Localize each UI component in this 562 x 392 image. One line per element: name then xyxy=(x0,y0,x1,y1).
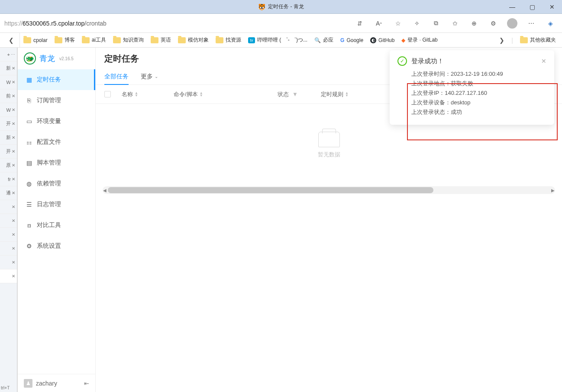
calendar-icon: ▦ xyxy=(26,76,32,83)
window-minimize-button[interactable]: ― xyxy=(502,0,522,14)
column-cron[interactable]: 定时规则▲▼ xyxy=(321,91,381,98)
vertical-tabs-strip: +⋯ 新✕ W✕ 前✕ W✕ 开✕ 新✕ 开✕ 原✕ fr✕ 通✕ ✕ ✕ ✕ … xyxy=(0,48,17,392)
brand: 🐲 青龙 v2.16.5 xyxy=(18,48,95,69)
success-check-icon: ✓ xyxy=(397,56,407,66)
bookmark-gitlab[interactable]: ◆登录 · GitLab xyxy=(398,35,441,45)
folder-icon xyxy=(151,37,158,43)
notification-close-button[interactable]: ✕ xyxy=(541,58,546,65)
vertical-tab-item[interactable]: W✕ xyxy=(0,103,17,117)
select-all-checkbox[interactable] xyxy=(104,91,111,97)
browser-address-bar[interactable]: https:// 65300065.r5.cpolar.top /crontab… xyxy=(0,14,562,33)
bookmark-knowledge[interactable]: 知识查询 xyxy=(110,35,147,45)
bookmark-bing[interactable]: 🔍必应 xyxy=(311,35,337,45)
bookmark-cpolar[interactable]: cpolar xyxy=(20,36,51,45)
vertical-tab-add[interactable]: +⋯ xyxy=(0,48,17,62)
favorites-icon[interactable]: ✩ xyxy=(448,17,462,30)
copilot-icon[interactable]: ◈ xyxy=(543,17,558,30)
keyboard-shortcut-hint: trl+T xyxy=(0,384,17,392)
bookmark-blog[interactable]: 博客 xyxy=(51,35,78,45)
bookmark-ai-tools[interactable]: ai工具 xyxy=(78,35,110,45)
vertical-tab-item[interactable]: 前✕ xyxy=(0,89,17,103)
vertical-tab-item[interactable]: 原✕ xyxy=(0,159,17,172)
vertical-tab-item[interactable]: ✕ xyxy=(0,256,17,269)
filter-icon[interactable]: ▼ xyxy=(292,91,298,97)
bilibili-icon: tv xyxy=(248,37,255,43)
tab-panel-collapse-button[interactable]: ❮ xyxy=(3,33,20,47)
translate-icon[interactable]: ⇵ xyxy=(352,17,367,30)
bookmark-resources[interactable]: 找资源 xyxy=(212,35,245,45)
extension-icon[interactable]: ✧ xyxy=(410,17,424,30)
vertical-tab-item[interactable]: 新✕ xyxy=(0,131,17,145)
subscription-icon: ⎘ xyxy=(26,97,32,104)
terminal-icon: ▭ xyxy=(26,118,32,125)
sidebar-item-scripts[interactable]: ▤脚本管理 xyxy=(18,152,95,173)
folder-icon xyxy=(520,37,528,43)
tab-more[interactable]: 更多⌄ xyxy=(141,69,158,85)
sidebar-item-dependencies[interactable]: ◍依赖管理 xyxy=(18,173,95,194)
bookmark-bilibili[interactable]: tv哔哩哔哩 ( ゜- ゜)つ... xyxy=(245,35,311,45)
google-icon: G xyxy=(340,37,344,43)
github-icon: ◐ xyxy=(370,37,376,43)
folder-icon xyxy=(82,37,90,43)
app-sidebar: 🐲 青龙 v2.16.5 ▦定时任务 ⎘订阅管理 ▭环境变量 ⚏配置文件 ▤脚本… xyxy=(18,48,96,392)
tab-all-tasks[interactable]: 全部任务 xyxy=(104,69,129,85)
bookmark-google[interactable]: GGoogle xyxy=(337,36,367,45)
vertical-tab-item[interactable]: ✕ xyxy=(0,200,17,214)
collections-icon[interactable]: ⊕ xyxy=(467,17,481,30)
horizontal-scrollbar[interactable]: ◀ ▶ xyxy=(103,186,555,194)
package-icon: ◍ xyxy=(26,180,32,187)
sidebar-collapse-button[interactable]: ⇤ xyxy=(84,380,89,387)
bookmark-imitate[interactable]: 模仿对象 xyxy=(174,35,212,45)
vertical-tab-item[interactable]: ✕ xyxy=(0,214,17,228)
sidebar-item-settings[interactable]: ⚙系统设置 xyxy=(18,236,95,256)
sidebar-item-config[interactable]: ⚏配置文件 xyxy=(18,132,95,152)
column-name[interactable]: 名称▲▼ xyxy=(122,91,174,98)
scroll-right-icon[interactable]: ▶ xyxy=(550,186,556,194)
column-command[interactable]: 命令/脚本▲▼ xyxy=(174,91,278,98)
url-protocol: https:// xyxy=(4,20,23,27)
brand-version: v2.16.5 xyxy=(59,56,74,61)
vertical-tab-item[interactable]: ✕ xyxy=(0,228,17,242)
user-avatar-icon[interactable]: ♟ xyxy=(24,379,32,388)
sidebar-item-diff[interactable]: ⧈对比工具 xyxy=(18,215,95,236)
brand-name: 青龙 xyxy=(39,53,55,64)
vertical-tab-item[interactable]: 通✕ xyxy=(0,186,17,200)
scrollbar-thumb[interactable] xyxy=(108,187,433,193)
vertical-tab-item[interactable]: fr✕ xyxy=(0,172,17,186)
log-icon: ☰ xyxy=(26,201,32,208)
window-title: 定时任务 - 青龙 xyxy=(268,3,304,10)
bookmark-english[interactable]: 英语 xyxy=(147,35,174,45)
read-aloud-icon[interactable]: A» xyxy=(371,17,386,30)
window-close-button[interactable]: ✕ xyxy=(542,0,562,14)
window-maximize-button[interactable]: ▢ xyxy=(522,0,542,14)
notification-title: 登录成功！ xyxy=(411,57,444,65)
vertical-tab-item[interactable]: 新✕ xyxy=(0,62,17,75)
vertical-tab-item[interactable]: 开✕ xyxy=(0,145,17,159)
file-icon: ⚏ xyxy=(26,139,32,146)
split-screen-icon[interactable]: ⧉ xyxy=(429,17,443,30)
chevron-down-icon: ⌄ xyxy=(155,74,158,79)
sidebar-item-crontab[interactable]: ▦定时任务 xyxy=(18,69,95,90)
more-menu-icon[interactable]: ⋯ xyxy=(524,17,539,30)
performance-icon[interactable]: ⚙ xyxy=(486,17,501,30)
folder-icon xyxy=(55,37,62,43)
bookmark-other-folder[interactable]: 其他收藏夹 xyxy=(517,35,559,45)
vertical-tab-item[interactable]: 开✕ xyxy=(0,117,17,131)
vertical-tab-item[interactable]: W✕ xyxy=(0,75,17,89)
notif-last-login-device: 上次登录设备：desktop xyxy=(411,98,546,107)
column-status[interactable]: 状态▼ xyxy=(278,91,321,98)
notif-last-login-time: 上次登录时间：2023-12-19 16:00:49 xyxy=(411,69,546,79)
sort-icon: ▲▼ xyxy=(200,92,203,97)
sidebar-item-env[interactable]: ▭环境变量 xyxy=(18,111,95,132)
vertical-tab-item[interactable]: ✕ xyxy=(0,242,17,256)
url-path: /crontab xyxy=(84,20,107,27)
sidebar-item-subscription[interactable]: ⎘订阅管理 xyxy=(18,90,95,111)
sidebar-item-logs[interactable]: ☰日志管理 xyxy=(18,194,95,215)
profile-avatar[interactable] xyxy=(505,17,520,30)
bookmarks-overflow-button[interactable]: ❯ xyxy=(496,37,508,44)
favorite-star-icon[interactable]: ☆ xyxy=(391,17,405,30)
bookmark-github[interactable]: ◐GitHub xyxy=(367,36,398,45)
vertical-tab-item-active[interactable]: ✕ xyxy=(0,269,17,283)
scroll-left-icon[interactable]: ◀ xyxy=(102,186,108,194)
empty-text: 暂无数据 xyxy=(318,151,340,159)
